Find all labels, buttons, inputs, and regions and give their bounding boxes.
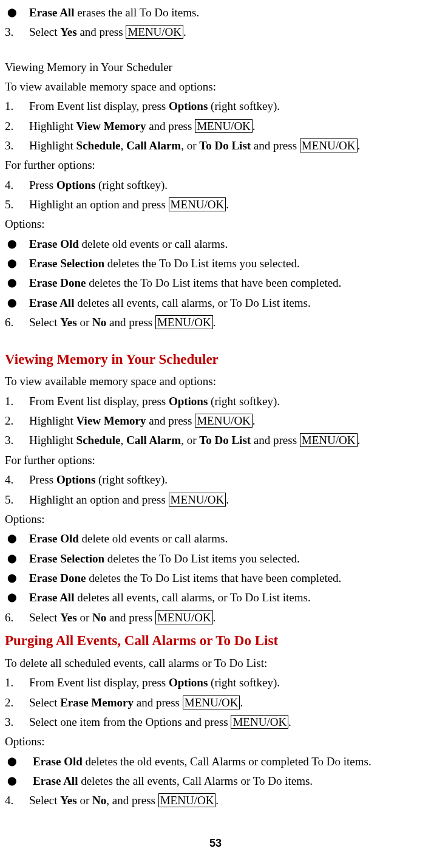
list-item: ⬤Erase Old delete old events or call ala…: [5, 234, 426, 253]
list-item-text: Erase Done deletes the To Do List items …: [29, 569, 426, 587]
step-text: Highlight Schedule, Call Alarm, or To Do…: [29, 431, 426, 449]
step-number: 3.: [5, 431, 29, 449]
list-step: 2.Highlight View Memory and press MENU/O…: [5, 411, 426, 430]
further-options-label: For further options:: [5, 451, 426, 470]
list-item: ⬤Erase Old delete old events or call ala…: [5, 529, 426, 548]
list-item-text: Erase All deletes all events, call alarm…: [29, 293, 426, 312]
list-step: 3.Highlight Schedule, Call Alarm, or To …: [5, 136, 426, 155]
bullet-icon: ⬤: [7, 234, 29, 253]
step-number: 4.: [5, 470, 29, 489]
step-number: 1.: [5, 392, 29, 411]
bullet-icon: ⬤: [7, 3, 29, 22]
step-text: Select Erase Memory and press MENU/OK.: [29, 693, 426, 712]
section-heading: Viewing Memory in Your Scheduler: [5, 58, 426, 77]
list-item-text: Erase All deletes the all events, Call A…: [33, 771, 426, 790]
bullet-icon: ⬤: [7, 549, 29, 568]
list-item: ⬤Erase Selection deletes the To Do List …: [5, 254, 426, 273]
step-number: 2.: [5, 411, 29, 430]
step-number: 1.: [5, 97, 29, 115]
step-text: Select Yes or No, and press MENU/OK.: [29, 791, 426, 810]
list-item-text: Erase Selection deletes the To Do List i…: [29, 549, 426, 568]
step-text: Highlight an option and press MENU/OK.: [29, 195, 426, 214]
bullet-icon: ⬤: [7, 771, 33, 790]
list-step: 5.Highlight an option and press MENU/OK.: [5, 195, 426, 214]
list-step: 3.Select one item from the Options and p…: [5, 713, 426, 731]
list-item-text: Erase Old delete old events or call alar…: [29, 529, 426, 548]
list-step: 3. Select Yes and press MENU/OK.: [5, 22, 426, 41]
list-item-text: Erase Old delete old events or call alar…: [29, 234, 426, 253]
list-item: ⬤Erase Done deletes the To Do List items…: [5, 273, 426, 292]
list-step: 4.Press Options (right softkey).: [5, 470, 426, 489]
list-item: ⬤ Erase All erases the all To Do items.: [5, 3, 426, 22]
list-item: ⬤Erase Old deletes the old events, Call …: [5, 752, 426, 771]
step-number: 5.: [5, 195, 29, 214]
step-number: 2.: [5, 117, 29, 135]
list-item: ⬤Erase All deletes all events, call alar…: [5, 293, 426, 312]
step-text: Highlight View Memory and press MENU/OK.: [29, 411, 426, 430]
step-number: 1.: [5, 673, 29, 692]
list-step: 2.Highlight View Memory and press MENU/O…: [5, 117, 426, 135]
bullet-icon: ⬤: [7, 273, 29, 292]
list-item: ⬤Erase Done deletes the To Do List items…: [5, 569, 426, 587]
step-number: 4.: [5, 176, 29, 194]
list-step: 2.Select Erase Memory and press MENU/OK.: [5, 693, 426, 712]
list-item-text: Erase Selection deletes the To Do List i…: [29, 254, 426, 273]
page-number: 53: [5, 835, 426, 853]
step-text: From Event list display, press Options (…: [29, 673, 426, 692]
step-text: Select Yes or No and press MENU/OK.: [29, 313, 426, 332]
intro-text: To view available memory space and optio…: [5, 77, 426, 96]
list-item-text: Erase Old deletes the old events, Call A…: [33, 752, 426, 771]
step-number: 2.: [5, 693, 29, 712]
step-number: 6.: [5, 313, 29, 332]
step-text: From Event list display, press Options (…: [29, 392, 426, 411]
list-step: 1.From Event list display, press Options…: [5, 673, 426, 692]
step-text: Press Options (right softkey).: [29, 176, 426, 194]
step-number: 3.: [5, 22, 29, 41]
list-step: 1.From Event list display, press Options…: [5, 97, 426, 115]
step-text: Highlight Schedule, Call Alarm, or To Do…: [29, 136, 426, 155]
bullet-icon: ⬤: [7, 752, 33, 771]
step-number: 6.: [5, 608, 29, 627]
step-number: 3.: [5, 713, 29, 731]
list-item: ⬤Erase Selection deletes the To Do List …: [5, 549, 426, 568]
list-step: 6.Select Yes or No and press MENU/OK.: [5, 313, 426, 332]
list-step: 4.Press Options (right softkey).: [5, 176, 426, 194]
list-item: ⬤Erase All deletes all events, call alar…: [5, 588, 426, 607]
step-number: 3.: [5, 136, 29, 155]
bullet-icon: ⬤: [7, 293, 29, 312]
list-step: 3.Highlight Schedule, Call Alarm, or To …: [5, 431, 426, 449]
intro-text: To view available memory space and optio…: [5, 372, 426, 391]
list-step: 1.From Event list display, press Options…: [5, 392, 426, 411]
step-text: Press Options (right softkey).: [29, 470, 426, 489]
bullet-icon: ⬤: [7, 569, 29, 587]
step-text: Select one item from the Options and pre…: [29, 713, 426, 731]
step-text: Highlight View Memory and press MENU/OK.: [29, 117, 426, 135]
list-step: 6.Select Yes or No and press MENU/OK.: [5, 608, 426, 627]
options-label: Options:: [5, 214, 426, 233]
list-item-text: Erase Done deletes the To Do List items …: [29, 273, 426, 292]
list-item-text: Erase All erases the all To Do items.: [29, 3, 426, 22]
step-text: Highlight an option and press MENU/OK.: [29, 490, 426, 509]
list-step: 5.Highlight an option and press MENU/OK.: [5, 490, 426, 509]
options-label: Options:: [5, 732, 426, 751]
further-options-label: For further options:: [5, 155, 426, 174]
list-step: 4.Select Yes or No, and press MENU/OK.: [5, 791, 426, 810]
step-text: Select Yes or No and press MENU/OK.: [29, 608, 426, 627]
options-label: Options:: [5, 510, 426, 528]
step-number: 4.: [5, 791, 29, 810]
intro-text: To delete all scheduled events, call ala…: [5, 654, 426, 672]
bullet-icon: ⬤: [7, 254, 29, 273]
step-number: 5.: [5, 490, 29, 509]
section-heading-red: Purging All Events, Call Alarms or To Do…: [5, 629, 426, 652]
section-heading-red: Viewing Memory in Your Scheduler: [5, 348, 426, 371]
list-item: ⬤Erase All deletes the all events, Call …: [5, 771, 426, 790]
step-text: From Event list display, press Options (…: [29, 97, 426, 115]
bullet-icon: ⬤: [7, 529, 29, 548]
bullet-icon: ⬤: [7, 588, 29, 607]
list-item-text: Erase All deletes all events, call alarm…: [29, 588, 426, 607]
step-text: Select Yes and press MENU/OK.: [29, 22, 426, 41]
